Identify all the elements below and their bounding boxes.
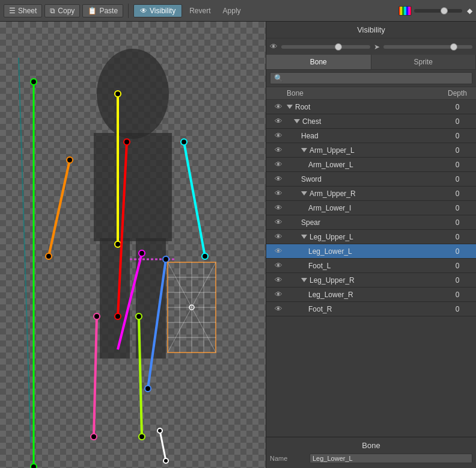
chevron-down-icon (301, 278, 307, 282)
svg-line-28 (94, 316, 97, 437)
col-header-depth: Depth (442, 89, 472, 97)
svg-point-5 (31, 79, 37, 85)
bone-depth-value: 0 (442, 161, 472, 169)
svg-point-33 (139, 434, 145, 440)
secondary-slider-track[interactable] (383, 45, 472, 49)
svg-line-13 (184, 142, 205, 256)
bone-name-label: Leg_Lower_R (287, 291, 442, 299)
bone-name-label: Sword (287, 175, 442, 183)
bone-row[interactable]: 👁Root0 (266, 100, 476, 114)
bone-depth-value: 0 (442, 276, 472, 285)
svg-point-6 (31, 464, 37, 468)
bone-eye-icon[interactable]: 👁 (270, 117, 287, 126)
diamond-icon: ◆ (467, 7, 472, 15)
svg-point-30 (91, 434, 97, 440)
bone-row[interactable]: 👁Arm_Upper_R0 (266, 186, 476, 201)
canvas-area[interactable] (0, 22, 266, 468)
bone-depth-value: 0 (442, 189, 472, 198)
color-wheel[interactable] (398, 6, 412, 16)
bone-eye-icon[interactable]: 👁 (270, 102, 287, 111)
bone-eye-icon[interactable]: 👁 (270, 218, 287, 227)
chevron-down-icon (301, 148, 307, 152)
bone-depth-value: 0 (442, 218, 472, 227)
bone-row[interactable]: 👁Foot_R0 (266, 302, 476, 316)
bottom-panel-title: Bone (270, 441, 472, 450)
paste-button[interactable]: 📋 Paste (82, 4, 123, 17)
bone-eye-icon[interactable]: 👁 (270, 304, 287, 313)
bone-depth-value: 0 (442, 204, 472, 212)
revert-button[interactable]: Revert (185, 5, 215, 17)
chevron-down-icon (287, 105, 293, 109)
bone-depth-value: 0 (442, 247, 472, 256)
svg-line-16 (118, 142, 127, 316)
slider-thumb[interactable] (441, 7, 448, 14)
search-input[interactable] (270, 72, 472, 84)
right-panel: Visibility 👁 ➤ Bone Sprite (266, 22, 476, 468)
chevron-down-icon (294, 119, 300, 123)
main-toolbar: ☰ Sheet ⧉ Copy 📋 Paste 👁 Visibility Reve… (0, 0, 476, 22)
bone-eye-icon[interactable]: 👁 (270, 290, 287, 299)
bone-eye-icon[interactable]: 👁 (270, 189, 287, 198)
bone-eye-icon[interactable]: 👁 (270, 160, 287, 169)
bone-name-label: Arm_Lower_L (287, 161, 442, 169)
bone-eye-icon[interactable]: 👁 (270, 276, 287, 285)
bone-eye-icon[interactable]: 👁 (270, 131, 287, 140)
svg-point-46 (189, 305, 194, 310)
bone-row[interactable]: 👁Head0 (266, 129, 476, 143)
bone-row[interactable]: 👁Arm_Lower_I0 (266, 201, 476, 215)
bone-eye-icon[interactable]: 👁 (270, 261, 287, 270)
opacity-slider-track[interactable] (281, 45, 370, 49)
bone-name-label: Foot_L (287, 262, 442, 270)
tab-bone[interactable]: Bone (266, 55, 371, 69)
bone-row[interactable]: 👁Chest0 (266, 114, 476, 129)
svg-point-8 (67, 157, 73, 163)
bone-row[interactable]: 👁Spear0 (266, 215, 476, 230)
bone-name-label: Foot_R (287, 305, 442, 313)
tab-row: Bone Sprite (266, 55, 476, 70)
paste-label: Paste (99, 7, 118, 15)
svg-rect-3 (136, 238, 166, 359)
bone-eye-icon[interactable]: 👁 (270, 247, 287, 256)
bone-row[interactable]: 👁Foot_L0 (266, 259, 476, 273)
bone-eye-icon[interactable]: 👁 (270, 232, 287, 241)
paste-icon: 📋 (88, 7, 97, 15)
opacity-slider-row: 👁 ➤ (270, 42, 472, 51)
bone-name-label: Arm_Lower_I (287, 204, 442, 212)
svg-point-29 (94, 313, 100, 319)
arrow-icon: ➤ (374, 43, 380, 51)
bone-depth-value: 0 (442, 233, 472, 241)
bottom-panel: Bone Name (266, 437, 476, 468)
svg-rect-2 (100, 238, 130, 359)
name-field-value[interactable] (310, 454, 472, 463)
bone-row[interactable]: 👁Leg_Upper_L0 (266, 230, 476, 244)
bone-row[interactable]: 👁Leg_Lower_L0 (266, 244, 476, 259)
bone-row[interactable]: 👁Arm_Lower_L0 (266, 158, 476, 172)
eye-icon[interactable]: 👁 (270, 42, 278, 51)
secondary-slider-thumb[interactable] (450, 43, 457, 51)
svg-point-26 (157, 428, 162, 433)
bone-row[interactable]: 👁Sword0 (266, 172, 476, 186)
bone-eye-icon[interactable]: 👁 (270, 174, 287, 183)
bone-row[interactable]: 👁Arm_Upper_L0 (266, 143, 476, 158)
svg-point-20 (139, 250, 145, 256)
sheet-label: Sheet (18, 7, 37, 15)
bone-name-label: Chest (287, 117, 442, 126)
svg-point-27 (163, 458, 168, 463)
bone-row[interactable]: 👁Leg_Upper_R0 (266, 273, 476, 288)
apply-button[interactable]: Apply (218, 5, 246, 17)
svg-point-9 (46, 253, 52, 259)
bone-row[interactable]: 👁Leg_Lower_R0 (266, 288, 476, 302)
svg-rect-34 (168, 262, 216, 353)
copy-button[interactable]: ⧉ Copy (44, 4, 80, 17)
tab-sprite[interactable]: Sprite (371, 55, 477, 69)
slider-track[interactable] (414, 9, 462, 13)
opacity-slider-thumb[interactable] (335, 43, 342, 51)
sheet-button[interactable]: ☰ Sheet (4, 4, 42, 17)
svg-line-47 (19, 58, 31, 443)
visibility-tab[interactable]: 👁 Visibility (133, 4, 182, 17)
svg-line-31 (139, 316, 142, 437)
bone-name-label: Head (287, 132, 442, 140)
bone-eye-icon[interactable]: 👁 (270, 146, 287, 155)
slider-area (414, 9, 462, 13)
bone-eye-icon[interactable]: 👁 (270, 203, 287, 212)
